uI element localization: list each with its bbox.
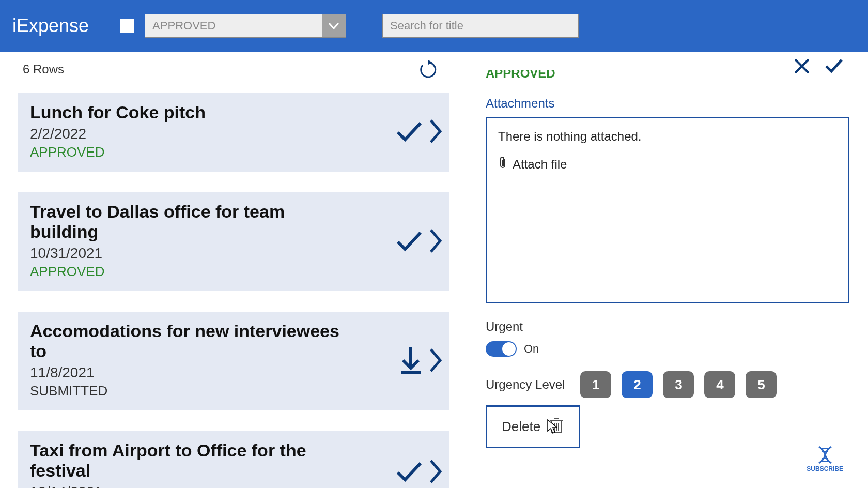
row-title: Accomodations for new interviewees to — [30, 321, 350, 361]
chevron-right-icon[interactable] — [429, 459, 442, 486]
row-status: APPROVED — [30, 264, 437, 280]
row-title: Travel to Dallas office for team buildin… — [30, 202, 350, 242]
attachments-empty-text: There is nothing attached. — [498, 129, 837, 144]
chevron-down-icon[interactable] — [322, 14, 346, 37]
search-input[interactable] — [382, 14, 579, 38]
list-item[interactable]: Taxi from Airport to Office for the fest… — [18, 431, 450, 488]
check-icon[interactable] — [395, 460, 424, 485]
status-filter-text: APPROVED — [145, 14, 322, 37]
subscribe-label: SUBSCRIBE — [807, 465, 843, 472]
attach-file-label: Attach file — [513, 157, 567, 172]
urgent-label: Urgent — [486, 319, 849, 334]
urgency-level-3[interactable]: 3 — [663, 371, 694, 398]
urgency-level-4[interactable]: 4 — [704, 371, 735, 398]
attach-file-button[interactable]: Attach file — [498, 156, 837, 173]
attachments-box[interactable]: There is nothing attached. Attach file — [486, 117, 849, 303]
check-icon[interactable] — [395, 120, 424, 145]
urgency-level-5[interactable]: 5 — [746, 371, 777, 398]
dna-icon — [815, 445, 835, 465]
refresh-icon[interactable] — [419, 60, 438, 82]
app-title: iExpense — [12, 15, 89, 37]
attachments-label: Attachments — [486, 96, 849, 111]
check-icon[interactable] — [395, 230, 424, 254]
urgent-toggle[interactable] — [486, 341, 517, 357]
delete-button[interactable]: Delete — [486, 405, 580, 448]
list-item[interactable]: Lunch for Coke pitch 2/2/2022 APPROVED — [18, 93, 450, 172]
download-icon[interactable] — [398, 345, 424, 378]
row-date: 10/31/2021 — [30, 245, 437, 262]
delete-label: Delete — [502, 419, 540, 435]
subscribe-badge[interactable]: SUBSCRIBE — [807, 445, 843, 472]
trash-icon — [549, 416, 564, 437]
list-item[interactable]: Travel to Dallas office for team buildin… — [18, 192, 450, 291]
paperclip-icon — [498, 156, 507, 173]
row-title: Lunch for Coke pitch — [30, 102, 350, 123]
status-filter-dropdown[interactable]: APPROVED — [145, 14, 346, 38]
app-header: iExpense APPROVED — [0, 0, 868, 52]
row-date: 12/14/2021 — [30, 484, 437, 488]
chevron-right-icon[interactable] — [429, 118, 442, 146]
urgency-level-2[interactable]: 2 — [622, 371, 653, 398]
urgency-level-group: 1 2 3 4 5 — [580, 371, 777, 398]
row-date: 2/2/2022 — [30, 126, 437, 142]
filter-checkbox[interactable] — [120, 19, 134, 33]
chevron-right-icon[interactable] — [429, 228, 442, 256]
detail-pane: APPROVED Attachments There is nothing at… — [460, 52, 868, 488]
urgent-toggle-value: On — [524, 342, 539, 356]
urgency-level-1[interactable]: 1 — [580, 371, 611, 398]
row-status: SUBMITTED — [30, 383, 437, 399]
rows-count-label: 6 Rows — [0, 62, 460, 77]
row-date: 11/8/2021 — [30, 364, 437, 381]
left-pane: 6 Rows Lunch for Coke pitch 2/2/2022 APP… — [0, 52, 460, 488]
chevron-right-icon[interactable] — [429, 347, 442, 375]
urgency-level-label: Urgency Level — [486, 377, 565, 392]
row-title: Taxi from Airport to Office for the fest… — [30, 440, 350, 481]
main-content: 6 Rows Lunch for Coke pitch 2/2/2022 APP… — [0, 52, 868, 488]
expense-list[interactable]: Lunch for Coke pitch 2/2/2022 APPROVED T… — [18, 93, 450, 488]
list-item[interactable]: Accomodations for new interviewees to 11… — [18, 312, 450, 410]
row-status: APPROVED — [30, 144, 437, 160]
